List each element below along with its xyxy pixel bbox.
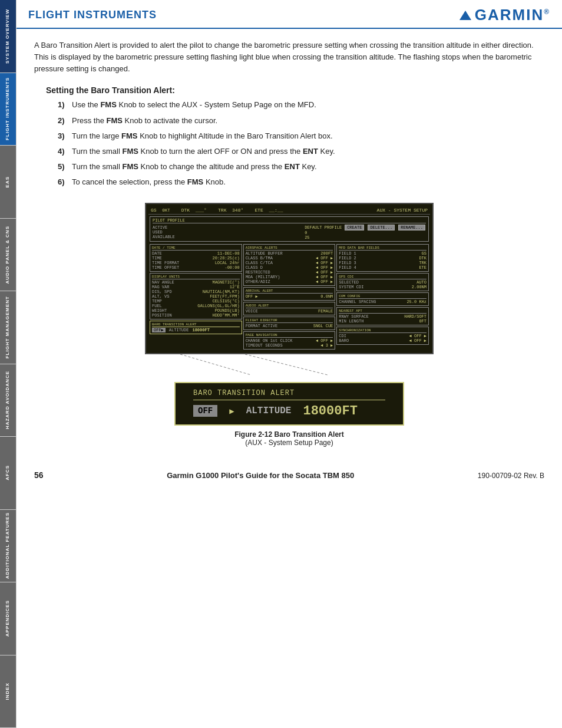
sidebar-item-audio-panel[interactable]: AUDIO PANEL & CNS: [0, 219, 16, 292]
baro-zoom-arrow-icon: ▶: [229, 406, 234, 416]
flight-director-section: FLIGHT DIRECTOR FORMAT ACTIVE SNGL CUE: [243, 317, 336, 330]
mfd-data-bar-rows: FIELD 1GS FIELD 2DTK FIELD 3TRK FIELD 4E…: [339, 251, 427, 270]
gps-cdi-section: GPS CDI SELECTEDAUTO SYSTEM CDI2.00NM: [336, 273, 429, 291]
dis-spd-label: DIS, SPD: [152, 289, 172, 294]
used-value: 0: [305, 230, 426, 235]
baro-transition-section: BARO TRANSITION ALERT OFF▶ ALTITUDE 1800…: [150, 321, 242, 334]
garmin-triangle-icon: [459, 11, 471, 20]
step-2-num: 2): [58, 114, 72, 127]
field3-label: FIELD 3: [339, 261, 356, 265]
min-length-row: MIN LENGTH0FT: [339, 319, 427, 324]
fuel-value: GALLONS(GL,GL/HR): [197, 304, 239, 308]
page-nav-rows: CHANGE ON 1st CLICK◄ OFF ▶ TIMEOUT SECON…: [246, 338, 333, 348]
baro-transition-row: OFF▶ ALTITUDE 18000FT: [152, 328, 240, 332]
moa-label: MOA (MILITARY): [246, 275, 280, 279]
time-format-value: LOCAL 24hr: [215, 261, 240, 265]
synchronization-section: SYNCHRONIZATION CDI◄ OFF ▶ BARO◄ OFF ▶: [336, 327, 429, 345]
footer-document-title: Garmin G1000 Pilot's Guide for the Socat…: [167, 471, 354, 480]
alt-vs-value: FEET(FT,FPM): [210, 294, 239, 299]
nearest-apt-title: NEAREST APT: [339, 309, 427, 314]
sidebar-item-label: APPENDICES: [5, 600, 11, 637]
weight-value: POUNDS(LB): [215, 308, 240, 313]
section-heading: Setting the Baro Transition Alert:: [16, 81, 562, 98]
sidebar-item-system-overview[interactable]: SYSTEM OVERVIEW: [0, 0, 16, 73]
sidebar-item-index[interactable]: INDEX: [0, 655, 16, 729]
col2: AIRSPACE ALERTS ALTITUDE BUFFER200FT CLA…: [243, 244, 336, 350]
class-c-label: CLASS C/TCA: [246, 261, 273, 265]
mag-var-value: 12°E: [230, 285, 240, 289]
time-row: TIME20:28:25(c): [152, 256, 240, 261]
time-label: TIME: [152, 256, 162, 261]
step-5-num: 5): [58, 160, 72, 173]
pilot-profile-labels: ACTIVE USED AVAILABLE: [153, 225, 175, 239]
com-config-section: COM CONFIG CHANNEL SPACING 25.0 KHz: [336, 292, 429, 306]
sidebar-item-hazard-avoidance[interactable]: HAZARD AVOIDANCE: [0, 364, 16, 437]
sidebar-item-label: SYSTEM OVERVIEW: [5, 9, 11, 64]
temp-value: CELSIUS(°C): [212, 299, 239, 304]
flight-director-title: FLIGHT DIRECTOR: [246, 318, 333, 323]
time-offset-label: TIME OFFSET: [152, 265, 179, 270]
channel-spacing-row: CHANNEL SPACING 25.0 KHz: [339, 299, 427, 304]
step-4: 4) Turn the small FMS Knob to turn the a…: [58, 145, 544, 158]
page-title: FLIGHT INSTRUMENTS: [28, 9, 157, 21]
mfd-data-bar-section: MFD DATA BAR FIELDS FIELD 1GS FIELD 2DTK…: [336, 244, 429, 272]
garmin-wordmark: GARMIN®: [475, 6, 550, 24]
sidebar-item-additional-features[interactable]: ADDITIONAL FEATURES: [0, 510, 16, 583]
other-value: ◄ OFF ▶: [316, 279, 333, 284]
airspace-alerts-section: AIRSPACE ALERTS ALTITUDE BUFFER200FT CLA…: [243, 244, 336, 286]
audio-row: VOICE FEMALE: [246, 309, 333, 314]
dis-spd-row: DIS, SPDNAUTICAL(NM,KT): [152, 289, 240, 294]
alt-vs-row: ALT, VSFEET(FT,FPM): [152, 294, 240, 299]
step-5: 5) Turn the small FMS Knob to change the…: [58, 160, 544, 173]
temp-row: TEMPCELSIUS(°C): [152, 299, 240, 304]
sidebar-item-label: AUDIO PANEL & CNS: [5, 226, 11, 284]
create-button[interactable]: CREATE: [345, 225, 364, 230]
moa-row: MOA (MILITARY)◄ OFF ▶: [246, 275, 333, 279]
voice-value: FEMALE: [318, 309, 333, 314]
step-1-text: Use the FMS Knob to select the AUX - Sys…: [72, 98, 316, 111]
sidebar-item-eas[interactable]: EAS: [0, 146, 16, 219]
time-offset-value: -00:00: [224, 265, 239, 270]
screen-container: GS 0KT DTK ___° TRK 348° ETE __:__ AUX -…: [34, 203, 544, 447]
step-6-text: To cancel the selection, press the FMS K…: [72, 176, 226, 189]
sidebar-item-label: HAZARD AVOIDANCE: [5, 371, 11, 429]
active-row: DEFAULT PROFILE CREATE DELETE... RENAME.…: [305, 225, 426, 230]
available-label: AVAILABLE: [153, 235, 175, 239]
sidebar-item-label: ADDITIONAL FEATURES: [5, 512, 11, 579]
step-1: 1) Use the FMS Knob to select the AUX - …: [58, 98, 544, 111]
alt-buffer-value: 200FT: [320, 251, 333, 256]
weight-label: WEIGHT: [152, 308, 167, 313]
rename-button[interactable]: RENAME...: [398, 225, 425, 230]
baro-altitude-value: 18000FT: [192, 328, 209, 332]
field2-label: FIELD 2: [339, 256, 356, 261]
alt-buffer-row: ALTITUDE BUFFER200FT: [246, 251, 333, 256]
nav-angle-value: MAGNETIC(°): [212, 280, 239, 285]
arrival-alert-section: ARRIVAL ALERT OFF ▶ 0.0NM: [243, 287, 336, 301]
time-value: 20:28:25(c): [212, 256, 239, 261]
col1: DATE / TIME DATE11-DEC-08 TIME20:28:25(c…: [150, 244, 242, 350]
main-content: FLIGHT INSTRUMENTS GARMIN® A Baro Transi…: [16, 0, 562, 486]
class-d-value: ◄ OFF ▶: [316, 265, 333, 270]
baro-transition-title: BARO TRANSITION ALERT: [152, 322, 240, 327]
sidebar-item-appendices[interactable]: APPENDICES: [0, 582, 16, 655]
delete-button[interactable]: DELETE...: [368, 225, 395, 230]
timeout-value: ◄ 3 ▶: [320, 343, 333, 348]
sidebar-item-flight-instruments[interactable]: FLIGHT INSTRUMENTS: [0, 73, 16, 146]
change-click-row: CHANGE ON 1st CLICK◄ OFF ▶: [246, 338, 333, 343]
field3-value: TRK: [419, 261, 427, 265]
date-time-section: DATE / TIME DATE11-DEC-08 TIME20:28:25(c…: [150, 244, 242, 272]
steps-list: 1) Use the FMS Knob to select the AUX - …: [16, 98, 562, 197]
time-format-label: TIME FORMAT: [152, 261, 179, 265]
sidebar-item-flight-management[interactable]: FLIGHT MANAGEMENT: [0, 291, 16, 364]
mfd-screen: GS 0KT DTK ___° TRK 348° ETE __:__ AUX -…: [145, 203, 434, 354]
mfd-screen-outer: GS 0KT DTK ___° TRK 348° ETE __:__ AUX -…: [145, 203, 434, 375]
class-d-row: CLASS D◄ OFF ▶: [246, 265, 333, 270]
rnwy-surface-label: RNWY SURFACE: [339, 314, 368, 319]
step-1-num: 1): [58, 98, 72, 111]
baro-zoom-off-button[interactable]: OFF: [193, 405, 217, 417]
mfd-top-bar: GS 0KT DTK ___° TRK 348° ETE __:__ AUX -…: [148, 206, 430, 215]
sidebar-item-afcs[interactable]: AFCS: [0, 437, 16, 510]
pilot-profile-values: DEFAULT PROFILE CREATE DELETE... RENAME.…: [305, 225, 426, 240]
min-length-value: 0FT: [419, 319, 427, 324]
field3-row: FIELD 3TRK: [339, 261, 427, 265]
